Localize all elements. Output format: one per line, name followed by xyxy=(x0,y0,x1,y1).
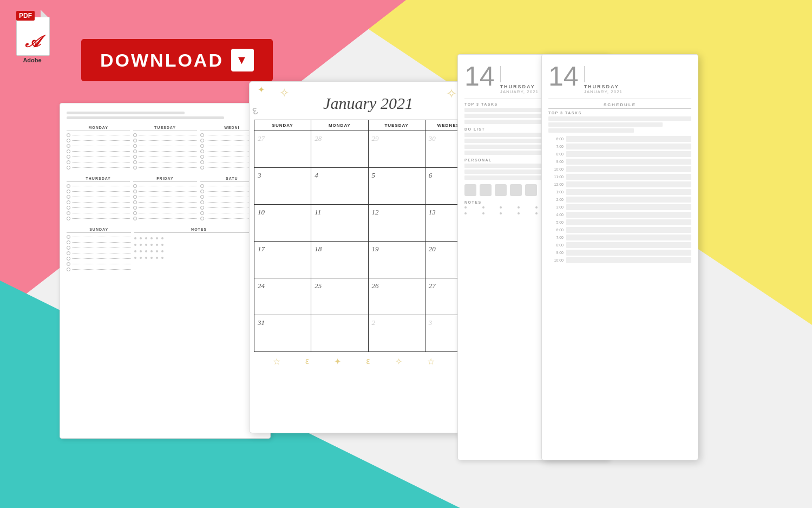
task-row xyxy=(67,133,130,137)
acrobat-icon: 𝒜 xyxy=(25,32,40,51)
cal-date: 30 xyxy=(429,134,436,142)
daily-date-header: 14 THURSDAY JANUARY, 2021 xyxy=(548,63,691,99)
cal-date: 3 xyxy=(429,318,433,327)
bottom-star-4: ☆ xyxy=(427,356,435,367)
cal-cell: 25 xyxy=(311,278,368,315)
friday-col: FRIDAY xyxy=(133,177,197,222)
week-row-2: 3 4 5 6 xyxy=(254,168,482,205)
week-row-1: 27 28 29 30 xyxy=(254,131,482,168)
cal-date: 27 xyxy=(429,282,436,290)
task-row xyxy=(67,160,130,164)
cal-date: 12 xyxy=(372,208,379,216)
cal-cell: 3 xyxy=(254,168,311,205)
cal-date: 6 xyxy=(429,171,433,179)
tuesday-col: TUESDAY xyxy=(133,126,197,171)
cal-cell: 10 xyxy=(254,205,311,242)
weekly-title-area xyxy=(67,112,264,119)
cal-cell: 24 xyxy=(254,278,311,315)
cal-cell: 29 xyxy=(369,131,425,168)
monthly-calendar-card: ✦ ✧ ✦ ✧ January 2021 ε ε SUNDAY MONDAY T… xyxy=(249,81,487,433)
cal-date: 18 xyxy=(315,245,322,253)
adobe-label: Adobe xyxy=(23,57,41,63)
cal-date: 25 xyxy=(315,282,322,290)
cal-date: 17 xyxy=(258,245,265,253)
thursday-col: THURSDAY xyxy=(67,177,130,222)
task-row xyxy=(67,139,130,142)
schedule-label: SCHEDULE xyxy=(548,102,691,107)
middle-days-grid: THURSDAY FRIDAY SATU xyxy=(67,177,264,222)
cal-cell: 26 xyxy=(369,278,425,315)
monthly-title: January 2021 xyxy=(260,94,476,113)
monthly-header: ✦ ✧ ✦ ✧ January 2021 ε ε xyxy=(250,82,487,120)
calendar-grid: SUNDAY MONDAY TUESDAY WEDNESDAY 27 28 29… xyxy=(250,120,487,352)
cal-cell xyxy=(311,315,368,352)
week-row-4: 17 18 19 20 xyxy=(254,242,482,278)
cal-cell: 12 xyxy=(369,205,425,242)
time-slots-container: 6:00 7:00 8:00 9:00 10:00 11:00 12:00 1:… xyxy=(548,136,691,263)
cal-date: 19 xyxy=(372,245,379,253)
cal-date: 2 xyxy=(372,318,376,327)
download-label: DOWNLOAD xyxy=(100,50,224,71)
notes-header: NOTES xyxy=(134,227,264,233)
star-decoration-2: ✧ xyxy=(279,86,289,100)
cal-date: 27 xyxy=(258,134,265,142)
pdf-icon-area: PDF 𝒜 Adobe xyxy=(12,10,53,63)
date-info: THURSDAY JANUARY, 2021 xyxy=(584,63,623,94)
download-arrow-icon: ▼ xyxy=(236,53,250,67)
cal-cell: 19 xyxy=(369,242,425,278)
star-decoration-1: ✦ xyxy=(258,84,265,95)
cal-cell: 27 xyxy=(254,131,311,168)
notes-col: NOTES xyxy=(134,227,264,273)
cal-cell: 5 xyxy=(369,168,425,205)
star-decoration-4: ✧ xyxy=(446,86,457,101)
bottom-star-2: ✦ xyxy=(334,356,341,367)
cal-date: 28 xyxy=(315,134,322,142)
cal-cell: 31 xyxy=(254,315,311,352)
cal-cell: 11 xyxy=(311,205,368,242)
month-year: JANUARY, 2021 xyxy=(584,89,623,94)
week-row-5: 24 25 26 27 ✦ xyxy=(254,278,482,315)
cal-date: 4 xyxy=(315,171,318,179)
week-row-6: 31 2 3 xyxy=(254,315,482,352)
bottom-swirl-1: ε xyxy=(305,356,309,367)
monday-header: MONDAY xyxy=(67,126,130,131)
cal-date: 3 xyxy=(258,171,261,179)
cal-date: 11 xyxy=(315,208,321,216)
weekly-planner-card: MONDAY TUESDAY WEDNI xyxy=(60,103,271,439)
thursday-header: THURSDAY xyxy=(67,177,130,182)
cal-date: 24 xyxy=(258,282,265,290)
cal-cell: 4 xyxy=(311,168,368,205)
date-number: 14 xyxy=(548,63,579,90)
task-row xyxy=(67,144,130,148)
pdf-badge: PDF xyxy=(16,11,35,21)
bottom-swirl-2: ε xyxy=(366,356,370,367)
bottom-star-1: ☆ xyxy=(273,356,280,367)
cal-date: 20 xyxy=(429,245,436,253)
top3tasks-label: TOP 3 TASKS xyxy=(548,111,691,115)
download-button[interactable]: DOWNLOAD ▼ xyxy=(81,39,273,81)
cal-cell: 17 xyxy=(254,242,311,278)
cal-date: 31 xyxy=(258,318,265,327)
friday-header: FRIDAY xyxy=(133,177,197,182)
cal-date: 10 xyxy=(258,208,265,216)
bottom-star-3: ✧ xyxy=(395,356,402,367)
monday-header-cal: MONDAY xyxy=(311,120,368,131)
sunday-header-cal: SUNDAY xyxy=(254,120,311,131)
bottom-decorations: ☆ ε ✦ ε ✧ ☆ ε xyxy=(250,352,487,371)
task-row xyxy=(67,155,130,159)
download-arrow-box: ▼ xyxy=(231,49,254,71)
cal-date: 13 xyxy=(429,208,436,216)
sunday-header: SUNDAY xyxy=(67,227,131,233)
task-row xyxy=(67,149,130,153)
top-days-grid: MONDAY TUESDAY WEDNI xyxy=(67,126,264,171)
cal-date: 26 xyxy=(372,282,379,290)
swirl-left: ε xyxy=(250,103,260,118)
bottom-row-grid: SUNDAY NOTES xyxy=(67,227,264,273)
sunday-col: SUNDAY xyxy=(67,227,131,273)
day-headers-row: SUNDAY MONDAY TUESDAY WEDNESDAY xyxy=(254,120,482,131)
cal-cell: 2 xyxy=(369,315,425,352)
cal-cell: 18 xyxy=(311,242,368,278)
cal-date: 5 xyxy=(372,171,376,179)
tuesday-header: TUESDAY xyxy=(133,126,197,131)
daily-planner-card: 14 THURSDAY JANUARY, 2021 SCHEDULE TOP 3… xyxy=(541,54,698,460)
